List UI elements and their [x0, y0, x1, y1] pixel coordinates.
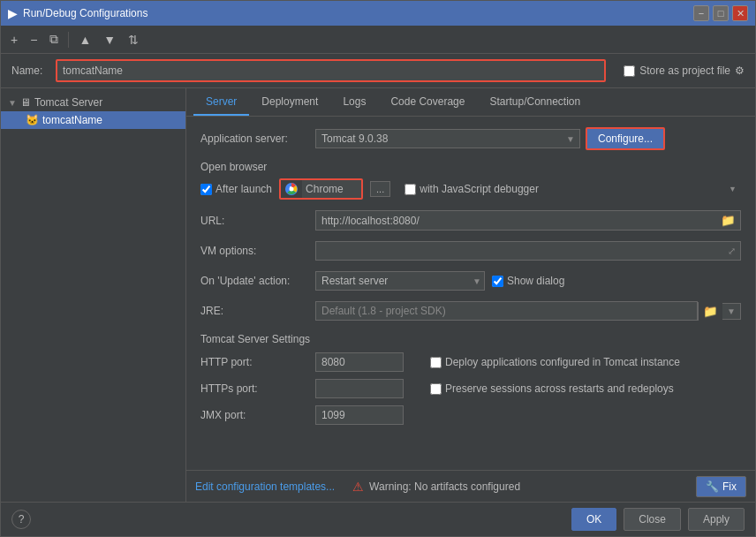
name-input-wrap [56, 59, 606, 82]
url-input[interactable] [316, 212, 716, 230]
jre-row: JRE: Default (1.8 - project SDK) 📁 ▼ [200, 301, 741, 321]
close-button[interactable]: ✕ [732, 5, 748, 21]
toolbar-separator [68, 32, 69, 48]
app-server-label: Application server: [200, 132, 315, 145]
svg-point-2 [290, 187, 294, 192]
jre-folder-icon[interactable]: 📁 [698, 302, 722, 321]
browser-row: After launch [200, 178, 741, 200]
app-server-select[interactable]: Tomcat 9.0.38 [315, 129, 580, 148]
url-row: URL: 📁 [200, 210, 741, 231]
title-bar-controls: − □ ✕ [693, 5, 748, 21]
sidebar-group-header[interactable]: ▼ 🖥 Tomcat Server [1, 94, 185, 111]
bottom-bar: Edit configuration templates... ⚠ Warnin… [186, 470, 755, 502]
warning-area: ⚠ Warning: No artifacts configured [352, 480, 678, 494]
show-dialog-checkbox[interactable] [492, 276, 503, 287]
tab-server[interactable]: Server [193, 88, 249, 116]
after-launch-checkbox[interactable] [200, 184, 212, 195]
update-action-select[interactable]: Restart server Update classes and resour… [315, 271, 485, 291]
vm-expand-icon[interactable]: ⤢ [723, 243, 740, 260]
add-button[interactable]: + [6, 30, 22, 49]
tab-code-coverage[interactable]: Code Coverage [378, 88, 477, 116]
vm-options-input[interactable] [316, 242, 723, 260]
update-action-row: On 'Update' action: Restart server Updat… [200, 271, 741, 291]
store-as-project-area: Store as project file ⚙ [615, 64, 745, 77]
remove-button[interactable]: − [26, 30, 42, 49]
https-port-input[interactable] [315, 379, 404, 398]
warning-icon: ⚠ [352, 480, 364, 494]
jre-label: JRE: [200, 305, 315, 317]
gear-icon[interactable]: ⚙ [735, 64, 745, 77]
browser-select-wrap: Chrome Firefox Safari ▼ [279, 178, 363, 200]
store-as-project-checkbox[interactable] [624, 65, 635, 77]
move-down-button[interactable]: ▼ [99, 30, 120, 49]
title-bar-left: ▶ Run/Debug Configurations [8, 6, 147, 20]
name-input[interactable] [57, 61, 604, 80]
toolbar: + − ⧉ ▲ ▼ ⇅ [1, 26, 755, 54]
minimize-button[interactable]: − [693, 5, 709, 21]
after-launch-checkbox-label[interactable]: After launch [200, 183, 272, 195]
tomcat-icon: 🐱 [26, 114, 39, 126]
sidebar-group-tomcat: ▼ 🖥 Tomcat Server 🐱 tomcatName [1, 94, 185, 129]
jmx-port-input[interactable] [315, 405, 404, 425]
expand-arrow-icon: ▼ [8, 98, 17, 108]
copy-button[interactable]: ⧉ [45, 29, 63, 49]
jre-dropdown-icon[interactable]: ▼ [722, 303, 741, 320]
js-debugger-checkbox-label[interactable]: with JavaScript debugger [404, 183, 539, 195]
configure-button[interactable]: Configure... [586, 127, 665, 150]
url-folder-icon[interactable]: 📁 [716, 211, 740, 230]
preserve-sessions-checkbox[interactable] [430, 383, 442, 395]
content-area: Application server: Tomcat 9.0.38 ▼ Conf… [186, 117, 755, 470]
sidebar-item-tomcatname[interactable]: 🐱 tomcatName [1, 111, 185, 129]
http-port-label: HTTP port: [200, 356, 315, 368]
fix-button[interactable]: 🔧 Fix [696, 476, 746, 497]
jre-control: Default (1.8 - project SDK) 📁 ▼ [315, 301, 741, 321]
preserve-sessions-checkbox-area: Preserve sessions across restarts and re… [430, 382, 741, 395]
right-panel: Server Deployment Logs Code Coverage Sta… [186, 88, 755, 502]
jre-input-wrap: Default (1.8 - project SDK) [315, 301, 698, 321]
sidebar-item-label: tomcatName [42, 114, 102, 126]
deploy-checkbox-label[interactable]: Deploy applications configured in Tomcat… [430, 356, 680, 368]
move-up-button[interactable]: ▲ [74, 30, 95, 49]
bottom-left: Edit configuration templates... [195, 480, 335, 493]
http-port-row: HTTP port: Deploy applications configure… [200, 352, 741, 372]
store-as-project-label: Store as project file [639, 64, 730, 77]
sort-button[interactable]: ⇅ [124, 30, 143, 49]
app-server-control: Tomcat 9.0.38 ▼ Configure... [315, 127, 741, 150]
fix-icon: 🔧 [706, 480, 719, 493]
vm-options-row: VM options: ⤢ [200, 241, 741, 261]
sidebar-group-label: Tomcat Server [34, 96, 102, 109]
tabs: Server Deployment Logs Code Coverage Sta… [186, 88, 755, 117]
jre-value: Default (1.8 - project SDK) [316, 302, 697, 320]
tab-deployment[interactable]: Deployment [249, 88, 330, 116]
preserve-sessions-checkbox-label[interactable]: Preserve sessions across restarts and re… [430, 382, 674, 395]
browser-select[interactable]: Chrome Firefox Safari [302, 180, 361, 198]
run-icon: ▶ [8, 6, 18, 20]
more-button[interactable]: ... [370, 181, 390, 197]
tab-startup-connection[interactable]: Startup/Connection [477, 88, 593, 116]
update-select-wrap: Restart server Update classes and resour… [315, 271, 485, 291]
jmx-port-label: JMX port: [200, 409, 315, 421]
edit-templates-link[interactable]: Edit configuration templates... [195, 480, 335, 493]
update-control: Restart server Update classes and resour… [315, 271, 564, 291]
deploy-checkbox[interactable] [430, 357, 442, 368]
apply-button[interactable]: Apply [688, 508, 745, 531]
footer-left: ? [11, 510, 31, 529]
update-action-label: On 'Update' action: [200, 275, 315, 287]
main-content: ▼ 🖥 Tomcat Server 🐱 tomcatName Server De… [1, 88, 755, 502]
vm-options-label: VM options: [200, 245, 315, 257]
name-bar: Name: Store as project file ⚙ [1, 54, 755, 88]
ok-button[interactable]: OK [571, 508, 616, 531]
js-debugger-checkbox[interactable] [404, 184, 416, 195]
chrome-icon [281, 182, 302, 196]
http-port-input[interactable] [315, 352, 404, 372]
tomcat-settings-title: Tomcat Server Settings [200, 333, 741, 345]
help-button[interactable]: ? [11, 510, 31, 529]
cancel-button[interactable]: Close [624, 508, 681, 531]
jmx-port-row: JMX port: [200, 405, 741, 425]
footer-right: OK Close Apply [571, 508, 745, 531]
tab-logs[interactable]: Logs [330, 88, 378, 116]
url-input-wrap: 📁 [315, 210, 741, 231]
show-dialog-checkbox-label[interactable]: Show dialog [492, 275, 564, 287]
maximize-button[interactable]: □ [713, 5, 729, 21]
dialog-footer: ? OK Close Apply [1, 502, 755, 536]
